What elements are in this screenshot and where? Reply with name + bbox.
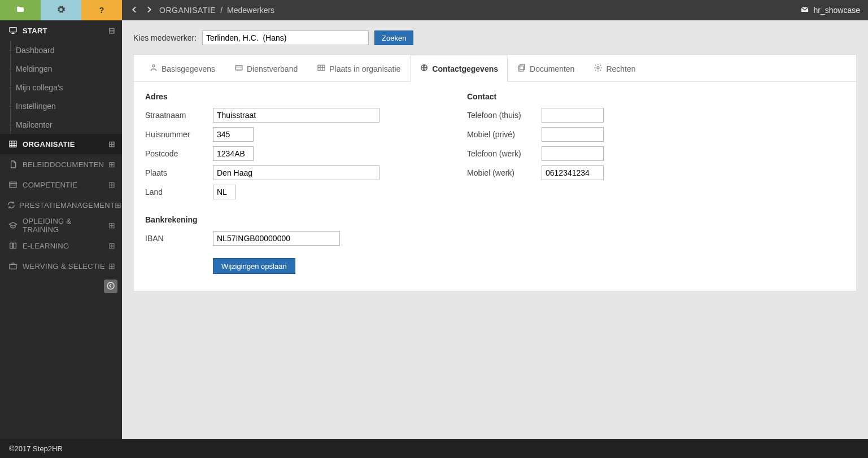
label-street: Straatnaam <box>145 111 213 120</box>
svg-rect-9 <box>520 64 525 69</box>
nav-sub-dashboard[interactable]: Dashboard <box>0 41 122 59</box>
breadcrumb-2[interactable]: Medewerkers <box>227 6 274 15</box>
org-icon <box>317 63 326 74</box>
sidebar-top-buttons: ? <box>0 0 122 20</box>
employee-search-input[interactable] <box>202 30 369 45</box>
toolbar-help-button[interactable]: ? <box>81 0 122 20</box>
nav-sub-instellingen[interactable]: Instellingen <box>0 97 122 115</box>
input-iban[interactable] <box>213 231 340 246</box>
svg-rect-6 <box>235 66 242 70</box>
tab-plaats[interactable]: Plaats in organisatie <box>307 55 410 82</box>
plus-icon: ⊞ <box>108 139 115 149</box>
nav-sub-mailcenter[interactable]: Mailcenter <box>0 115 122 134</box>
nav-organisatie[interactable]: ORGANISATIE ⊞ <box>0 134 122 154</box>
nav-werving[interactable]: WERVING & SELECTIE ⊞ <box>0 256 122 276</box>
globe-icon <box>420 63 429 74</box>
section-title-contact: Contact <box>467 92 716 101</box>
input-postcode[interactable] <box>213 146 254 161</box>
input-mobile-priv[interactable] <box>542 127 604 142</box>
employee-search-row: Kies medewerker: Zoeken <box>133 30 857 45</box>
person-icon <box>149 63 158 74</box>
breadcrumb: ORGANISATIE / Medewerkers <box>159 6 274 15</box>
svg-point-4 <box>107 282 114 289</box>
section-title-adres: Adres <box>145 92 433 101</box>
plus-icon: ⊞ <box>108 180 115 189</box>
graduation-icon <box>7 221 19 230</box>
refresh-icon <box>7 200 16 210</box>
input-phone-work[interactable] <box>542 146 604 161</box>
plus-icon: ⊞ <box>108 160 115 169</box>
nav-elearning[interactable]: E-LEARNING ⊞ <box>0 235 122 256</box>
breadcrumb-1[interactable]: ORGANISATIE <box>159 6 216 15</box>
label-phone-home: Telefoon (thuis) <box>467 111 542 120</box>
sidebar-collapse-button[interactable] <box>104 280 117 293</box>
nav-competentie[interactable]: COMPETENTIE ⊞ <box>0 175 122 195</box>
svg-point-11 <box>597 67 599 69</box>
arrow-left-icon <box>106 281 115 292</box>
label-country: Land <box>145 187 213 197</box>
monitor-icon <box>7 26 19 35</box>
copy-icon <box>517 63 526 74</box>
input-mobile-work[interactable] <box>542 165 604 180</box>
save-button[interactable]: Wijzigingen opslaan <box>213 258 295 274</box>
content: Kies medewerker: Zoeken Basisgegevens Di… <box>122 20 868 439</box>
label-city: Plaats <box>145 168 213 177</box>
employee-search-label: Kies medewerker: <box>133 33 197 42</box>
nav-sub-meldingen[interactable]: Meldingen <box>0 59 122 78</box>
footer: ©2017 Step2HR <box>0 439 868 458</box>
toolbar-settings-button[interactable] <box>41 0 81 20</box>
tab-documenten[interactable]: Documenten <box>508 55 584 82</box>
input-street[interactable] <box>213 108 380 123</box>
mail-icon <box>800 5 809 16</box>
label-mobile-priv: Mobiel (privé) <box>467 130 542 139</box>
panel: Basisgegevens Dienstverband Plaats in or… <box>133 54 857 291</box>
breadcrumb-sep: / <box>220 6 223 15</box>
tabs: Basisgegevens Dienstverband Plaats in or… <box>134 55 856 82</box>
book-icon <box>7 241 19 250</box>
svg-rect-10 <box>519 66 524 71</box>
label-number: Huisnummer <box>145 130 213 139</box>
minus-icon: ⊟ <box>108 26 115 35</box>
input-city[interactable] <box>213 165 380 180</box>
section-title-bank: Bankrekening <box>145 215 433 224</box>
tab-contactgegevens[interactable]: Contactgegevens <box>410 55 508 82</box>
input-phone-home[interactable] <box>542 108 604 123</box>
nav-prestatiemanagement[interactable]: PRESTATIEMANAGEMENT ⊞ <box>0 195 122 215</box>
gears-icon <box>56 5 66 16</box>
nav-forward-button[interactable] <box>145 5 154 16</box>
input-country[interactable] <box>213 185 235 199</box>
question-icon: ? <box>99 6 104 15</box>
grid-icon <box>7 139 19 149</box>
card-icon <box>234 63 243 74</box>
toolbar-folder-button[interactable] <box>0 0 41 20</box>
document-icon <box>7 160 19 169</box>
gear-icon <box>594 63 603 74</box>
main: ORGANISATIE / Medewerkers hr_showcase Ki… <box>122 0 868 439</box>
tab-dienstverband[interactable]: Dienstverband <box>225 55 307 82</box>
plus-icon: ⊞ <box>115 200 121 210</box>
briefcase-icon <box>7 261 19 271</box>
employee-search-button[interactable]: Zoeken <box>374 30 413 45</box>
plus-icon: ⊞ <box>108 241 115 250</box>
user-area[interactable]: hr_showcase <box>800 5 861 16</box>
svg-point-5 <box>152 65 155 67</box>
plus-icon: ⊞ <box>108 221 115 230</box>
folder-icon <box>16 5 25 16</box>
input-number[interactable] <box>213 127 254 142</box>
username: hr_showcase <box>814 6 861 15</box>
nav-start[interactable]: START ⊟ <box>0 20 122 41</box>
list-icon <box>7 180 19 189</box>
label-phone-work: Telefoon (werk) <box>467 149 542 158</box>
tab-basisgegevens[interactable]: Basisgegevens <box>139 55 225 82</box>
svg-rect-0 <box>10 28 16 32</box>
svg-rect-3 <box>10 264 16 269</box>
svg-rect-1 <box>10 141 16 147</box>
nav-sub-collegas[interactable]: Mijn collega's <box>0 78 122 97</box>
nav-beleiddocumenten[interactable]: BELEIDDOCUMENTEN ⊞ <box>0 154 122 175</box>
nav: START ⊟ Dashboard Meldingen Mijn collega… <box>0 20 122 439</box>
topbar: ORGANISATIE / Medewerkers hr_showcase <box>122 0 868 20</box>
tab-rechten[interactable]: Rechten <box>584 55 645 82</box>
nav-opleiding[interactable]: OPLEIDING & TRAINING ⊞ <box>0 215 122 235</box>
nav-start-label: START <box>23 27 108 35</box>
nav-back-button[interactable] <box>130 5 139 16</box>
